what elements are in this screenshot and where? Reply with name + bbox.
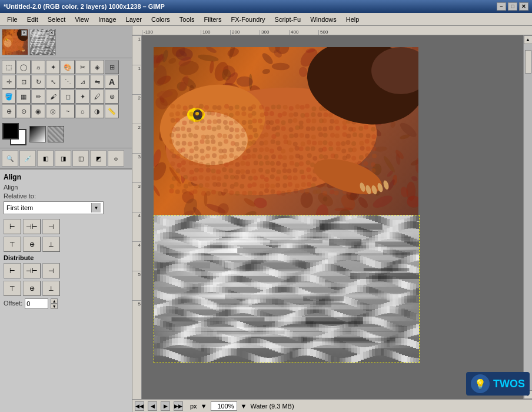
nav-next[interactable]: ▶ xyxy=(161,401,170,411)
spin-down[interactable]: ▼ xyxy=(51,304,58,309)
tool-perspective[interactable]: ⊿ xyxy=(75,75,89,89)
dist-top-edges[interactable]: ⊤ xyxy=(4,281,21,296)
scroll-thumb[interactable] xyxy=(525,50,531,74)
tool-align[interactable]: ⊞ xyxy=(105,60,119,74)
tool-flip[interactable]: ⇋ xyxy=(90,75,104,89)
tool-rotate[interactable]: ↻ xyxy=(31,75,45,89)
toolbox: ✕ ✕ ⬚ ◯ ⍝ ✦ 🎨 ✂ ◈ ⊞ ✛ ⊡ ↻ ⤡ xyxy=(0,26,132,412)
tool-move[interactable]: ✛ xyxy=(2,75,16,89)
menu-edit[interactable]: Edit xyxy=(22,15,43,24)
tool-smudge[interactable]: ~ xyxy=(61,104,75,118)
menu-layer[interactable]: Layer xyxy=(121,15,147,24)
tool-row-3: 🪣 ▦ ✏ 🖌 ◻ ✦ 🖊 ⊛ xyxy=(2,89,130,104)
pattern-display[interactable] xyxy=(48,126,64,142)
tool-ink[interactable]: 🖊 xyxy=(90,89,104,104)
tool-perspective-clone[interactable]: ⊙ xyxy=(16,104,31,118)
tool-bucket-fill[interactable]: 🪣 xyxy=(2,89,16,104)
menu-colors[interactable]: Colors xyxy=(147,15,175,24)
tool-free-select[interactable]: ⍝ xyxy=(31,60,45,74)
align-top-edges[interactable]: ⊤ xyxy=(4,237,21,252)
maximize-button[interactable]: □ xyxy=(508,2,517,11)
menu-select[interactable]: Select xyxy=(43,15,71,24)
tool-sharpen[interactable]: ◎ xyxy=(46,104,60,118)
tool-text[interactable]: A xyxy=(105,75,119,89)
nav-first[interactable]: ◀◀ xyxy=(135,401,144,411)
tool-paintbrush[interactable]: 🖌 xyxy=(46,89,60,104)
tool-fuzzy-select[interactable]: ✦ xyxy=(46,60,60,74)
tool-burn[interactable]: ◑ xyxy=(90,104,104,118)
status-text: Water (9.3 MB) xyxy=(250,403,530,410)
scroll-track[interactable] xyxy=(524,44,533,390)
thumbnail-water[interactable]: ✕ xyxy=(29,29,56,55)
tool-dodge[interactable]: ☼ xyxy=(75,104,89,118)
nav-prev[interactable]: ◀ xyxy=(148,401,157,411)
align-right-edges[interactable]: ⊣ xyxy=(42,219,60,234)
dist-centers-v[interactable]: ⊕ xyxy=(23,281,41,296)
tool-eraser[interactable]: ◻ xyxy=(61,89,75,104)
water-layer xyxy=(154,215,420,363)
menu-tools[interactable]: Tools xyxy=(175,15,200,24)
dist-right-edges[interactable]: ⊣ xyxy=(42,263,60,278)
tool-blur[interactable]: ◉ xyxy=(31,104,45,118)
align-left-edges[interactable]: ⊢ xyxy=(4,219,21,234)
menu-fx-foundry[interactable]: FX-Foundry xyxy=(226,15,270,24)
tool-colorpicker[interactable]: 💉 xyxy=(19,150,36,167)
bottom-bar: ◀◀ ◀ ▶ ▶▶ px ▼ 100% ▼ Water (9.3 MB) xyxy=(132,399,532,412)
unit-dropdown-arrow[interactable]: ▼ xyxy=(201,403,207,410)
zoom-arrow[interactable]: ▼ xyxy=(241,403,247,410)
align-bottom-edges[interactable]: ⊥ xyxy=(42,237,60,252)
tool-rectangle-select[interactable]: ⬚ xyxy=(2,60,16,74)
extra-tool-7[interactable]: ⌾ xyxy=(108,150,124,167)
menu-file[interactable]: File xyxy=(2,15,22,24)
tool-foreground-select[interactable]: ◈ xyxy=(90,60,104,74)
ruler-mark-400: 400 xyxy=(289,30,318,35)
thumb-close-1[interactable]: ✕ xyxy=(21,30,27,36)
align-centers-v[interactable]: ⊕ xyxy=(23,237,41,252)
minimize-button[interactable]: – xyxy=(497,2,506,11)
tool-pencil[interactable]: ✏ xyxy=(31,89,45,104)
extra-tool-4[interactable]: ◨ xyxy=(55,150,71,167)
fg-bg-colors[interactable] xyxy=(2,123,27,145)
scroll-up-arrow[interactable]: ▲ xyxy=(524,35,533,44)
nav-last[interactable]: ▶▶ xyxy=(174,401,183,411)
gradient-display[interactable] xyxy=(29,126,46,142)
dist-bottom-edges[interactable]: ⊥ xyxy=(42,281,60,296)
tool-select-by-color[interactable]: 🎨 xyxy=(61,60,75,74)
foreground-color[interactable] xyxy=(2,123,19,139)
tool-shear[interactable]: ⋱ xyxy=(61,75,75,89)
menu-help[interactable]: Help xyxy=(341,15,364,24)
tool-ellipse-select[interactable]: ◯ xyxy=(16,60,31,74)
extra-tool-6[interactable]: ◩ xyxy=(90,150,107,167)
dist-left-edges[interactable]: ⊢ xyxy=(4,263,21,278)
thumb-close-2[interactable]: ✕ xyxy=(49,30,55,36)
tool-row-4: ⊕ ⊙ ◉ ◎ ~ ☼ ◑ 📏 xyxy=(2,104,130,118)
menu-image[interactable]: Image xyxy=(94,15,121,24)
tool-airbrush[interactable]: ✦ xyxy=(75,89,89,104)
thumbnail-lizard[interactable]: ✕ xyxy=(2,29,28,55)
v-ruler-500: 5 xyxy=(132,271,141,300)
menu-view[interactable]: View xyxy=(70,15,94,24)
dist-centers-h[interactable]: ⊣⊢ xyxy=(23,263,41,278)
extra-tool-3[interactable]: ◧ xyxy=(37,150,54,167)
menu-script-fu[interactable]: Script-Fu xyxy=(270,15,306,24)
tool-measure[interactable]: 📏 xyxy=(105,104,119,118)
tool-blend[interactable]: ▦ xyxy=(16,89,31,104)
close-button[interactable]: ✕ xyxy=(519,2,528,11)
tool-crop[interactable]: ⊡ xyxy=(16,75,31,89)
spin-up[interactable]: ▲ xyxy=(51,298,58,304)
menu-windows[interactable]: Windows xyxy=(305,15,341,24)
extra-tool-5[interactable]: ◫ xyxy=(72,150,89,167)
canvas-scroll[interactable] xyxy=(142,35,523,399)
ruler-mark-300: 300 xyxy=(260,30,289,35)
relative-to-dropdown[interactable]: First item ▼ xyxy=(4,201,104,214)
tool-iscissors[interactable]: ✂ xyxy=(75,60,89,74)
dropdown-arrow: ▼ xyxy=(91,203,101,212)
tool-scale[interactable]: ⤡ xyxy=(46,75,60,89)
offset-input[interactable] xyxy=(25,298,48,309)
tool-zoom[interactable]: 🔍 xyxy=(2,150,18,167)
tool-clone[interactable]: ⊛ xyxy=(105,89,119,104)
menu-filters[interactable]: Filters xyxy=(200,15,227,24)
align-centers-h[interactable]: ⊣⊢ xyxy=(23,219,41,234)
relative-to-label: Relative to: xyxy=(4,192,128,200)
tool-heal[interactable]: ⊕ xyxy=(2,104,16,118)
